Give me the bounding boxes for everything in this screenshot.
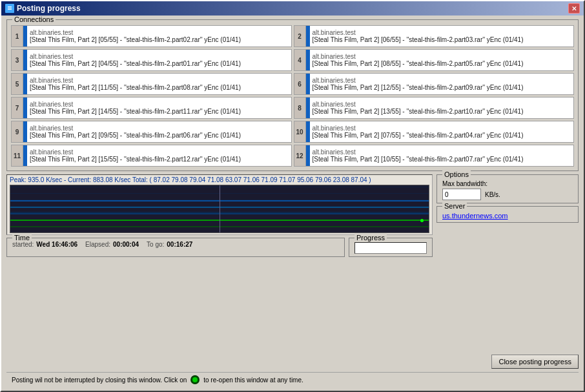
connection-item: 9 alt.binaries.test [Steal This Film, Pa… bbox=[11, 121, 292, 143]
conn-number: 5 bbox=[12, 74, 23, 94]
conn-file: [Steal This Film, Part 2] [11/55] - ''st… bbox=[30, 84, 289, 91]
started-value: Wed 16:46:06 bbox=[36, 241, 77, 248]
conn-info: alt.binaries.test [Steal This Film, Part… bbox=[310, 74, 574, 94]
svg-rect-1 bbox=[8, 8, 12, 8]
conn-info: alt.binaries.test [Steal This Film, Part… bbox=[310, 121, 574, 142]
time-progress-row: Time started: Wed 16:46:06 Elapsed: 00:0… bbox=[6, 238, 433, 257]
conn-file: [Steal This Film, Part 2] [12/55] - ''st… bbox=[313, 84, 571, 91]
conn-number: 8 bbox=[294, 98, 306, 118]
conn-file: [Steal This Film, Part 2] [13/55] - ''st… bbox=[313, 108, 571, 115]
elapsed-field: Elapsed: 00:00:04 bbox=[85, 241, 139, 248]
connections-grid: 1 alt.binaries.test [Steal This Film, Pa… bbox=[11, 25, 574, 167]
server-group: Server us.thundernews.com bbox=[436, 206, 579, 223]
conn-file: [Steal This Film, Part 2] [06/55] - ''st… bbox=[313, 36, 571, 43]
conn-server: alt.binaries.test bbox=[30, 53, 289, 60]
server-url[interactable]: us.thundernews.com bbox=[442, 212, 508, 220]
conn-server: alt.binaries.test bbox=[313, 101, 571, 108]
connection-item: 12 alt.binaries.test [Steal This Film, P… bbox=[294, 145, 575, 167]
title-bar: Posting progress ✕ bbox=[1, 1, 584, 15]
connection-item: 4 alt.binaries.test [Steal This Film, Pa… bbox=[294, 49, 575, 71]
connections-group: Connections 1 alt.binaries.test [Steal T… bbox=[6, 19, 579, 171]
conn-file: [Steal This Film, Part 2] [14/55] - ''st… bbox=[30, 108, 289, 115]
time-fields: started: Wed 16:46:06 Elapsed: 00:00:04 … bbox=[12, 241, 339, 248]
conn-number: 6 bbox=[294, 74, 306, 94]
conn-file: [Steal This Film, Part 2] [05/55] - ''st… bbox=[30, 36, 289, 43]
connection-item: 8 alt.binaries.test [Steal This Film, Pa… bbox=[294, 97, 575, 119]
conn-file: [Steal This Film, Part 2] [15/55] - ''st… bbox=[30, 156, 289, 163]
conn-info: alt.binaries.test [Steal This Film, Part… bbox=[310, 98, 574, 118]
conn-server: alt.binaries.test bbox=[313, 77, 571, 84]
connection-item: 5 alt.binaries.test [Steal This Film, Pa… bbox=[11, 73, 292, 95]
conn-info: alt.binaries.test [Steal This Film, Part… bbox=[27, 145, 291, 166]
bottom-section: Peak: 935.0 K/sec - Current: 883.08 K/se… bbox=[6, 174, 579, 369]
window-body: Connections 1 alt.binaries.test [Steal T… bbox=[1, 15, 584, 391]
connection-item: 1 alt.binaries.test [Steal This Film, Pa… bbox=[11, 25, 292, 47]
conn-server: alt.binaries.test bbox=[313, 53, 571, 60]
progress-bar-container bbox=[354, 242, 427, 254]
conn-info: alt.binaries.test [Steal This Film, Part… bbox=[27, 74, 291, 94]
options-label: Options bbox=[442, 170, 471, 178]
close-posting-progress-button[interactable]: Close posting progress bbox=[491, 355, 579, 369]
conn-number: 7 bbox=[12, 98, 23, 118]
bandwidth-row: Max bandwidth: bbox=[442, 180, 573, 187]
conn-info: alt.binaries.test [Steal This Film, Part… bbox=[27, 50, 291, 70]
connection-item: 3 alt.binaries.test [Steal This Film, Pa… bbox=[11, 49, 292, 71]
conn-number: 10 bbox=[294, 121, 306, 142]
togo-value: 00:16:27 bbox=[167, 241, 192, 248]
conn-file: [Steal This Film, Part 2] [07/55] - ''st… bbox=[313, 132, 571, 139]
conn-server: alt.binaries.test bbox=[30, 101, 289, 108]
speed-panel: Peak: 935.0 K/sec - Current: 883.08 K/se… bbox=[6, 174, 433, 235]
options-group: Options Max bandwidth: KB/s. bbox=[436, 174, 579, 203]
conn-server: alt.binaries.test bbox=[30, 77, 289, 84]
conn-info: alt.binaries.test [Steal This Film, Part… bbox=[310, 145, 574, 166]
conn-server: alt.binaries.test bbox=[313, 149, 571, 156]
conn-file: [Steal This Film, Part 2] [09/55] - ''st… bbox=[30, 132, 289, 139]
conn-info: alt.binaries.test [Steal This Film, Part… bbox=[27, 98, 291, 118]
status-text: Posting wil not be interrupted by closin… bbox=[12, 377, 187, 384]
togo-field: To go: 00:16:27 bbox=[147, 241, 192, 248]
conn-file: [Steal This Film, Part 2] [08/55] - ''st… bbox=[313, 60, 571, 67]
title-close-button[interactable]: ✕ bbox=[568, 3, 580, 14]
conn-info: alt.binaries.test [Steal This Film, Part… bbox=[310, 50, 574, 70]
left-section: Peak: 935.0 K/sec - Current: 883.08 K/se… bbox=[6, 174, 433, 369]
time-label: Time bbox=[12, 234, 32, 242]
status-text2: to re-open this window at any time. bbox=[203, 377, 303, 384]
tray-icon-inner bbox=[192, 377, 198, 382]
conn-info: alt.binaries.test [Steal This Film, Part… bbox=[27, 121, 291, 142]
svg-rect-3 bbox=[8, 6, 12, 7]
connection-item: 7 alt.binaries.test [Steal This Film, Pa… bbox=[11, 97, 292, 119]
elapsed-label: Elapsed: bbox=[85, 241, 110, 248]
conn-file: [Steal This Film, Part 2] [10/55] - ''st… bbox=[313, 156, 571, 163]
server-label: Server bbox=[442, 202, 467, 210]
bandwidth-label: Max bandwidth: bbox=[442, 180, 488, 187]
connection-item: 11 alt.binaries.test [Steal This Film, P… bbox=[11, 145, 292, 167]
conn-number: 2 bbox=[294, 26, 306, 46]
window-title: Posting progress bbox=[17, 4, 81, 13]
bandwidth-input[interactable] bbox=[442, 189, 481, 200]
right-section: Options Max bandwidth: KB/s. Server us.t… bbox=[436, 174, 579, 369]
bandwidth-input-row: KB/s. bbox=[442, 189, 573, 200]
conn-info: alt.binaries.test [Steal This Film, Part… bbox=[27, 26, 291, 46]
progress-group: Progress bbox=[349, 238, 433, 257]
conn-file: [Steal This Film, Part 2] [04/55] - ''st… bbox=[30, 60, 289, 67]
connection-item: 6 alt.binaries.test [Steal This Film, Pa… bbox=[294, 73, 575, 95]
conn-number: 1 bbox=[12, 26, 23, 46]
svg-rect-2 bbox=[8, 9, 12, 10]
conn-server: alt.binaries.test bbox=[30, 149, 289, 156]
conn-server: alt.binaries.test bbox=[30, 125, 289, 132]
progress-label: Progress bbox=[354, 234, 387, 242]
conn-info: alt.binaries.test [Steal This Film, Part… bbox=[310, 26, 574, 46]
graph-area bbox=[10, 185, 429, 233]
bandwidth-unit: KB/s. bbox=[485, 191, 500, 198]
elapsed-value: 00:00:04 bbox=[113, 241, 139, 248]
speed-text: Peak: 935.0 K/sec - Current: 883.08 K/se… bbox=[10, 176, 429, 183]
conn-number: 3 bbox=[12, 50, 23, 70]
togo-label: To go: bbox=[147, 241, 164, 248]
connections-label: Connections bbox=[12, 15, 56, 23]
time-group: Time started: Wed 16:46:06 Elapsed: 00:0… bbox=[6, 238, 345, 257]
conn-server: alt.binaries.test bbox=[313, 29, 571, 36]
status-bar: Posting wil not be interrupted by closin… bbox=[6, 372, 579, 387]
connection-item: 10 alt.binaries.test [Steal This Film, P… bbox=[294, 121, 575, 143]
connection-item: 2 alt.binaries.test [Steal This Film, Pa… bbox=[294, 25, 575, 47]
graph-dot bbox=[420, 219, 424, 222]
